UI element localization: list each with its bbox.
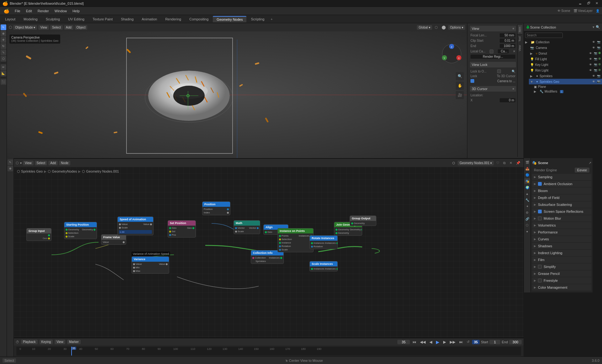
scene-selector[interactable]: 👁 Scene (556, 9, 572, 13)
node-tree-bookmark[interactable]: ♡ (495, 161, 501, 165)
node-menu-add[interactable]: Add (48, 161, 58, 165)
node-variance[interactable]: Variance Value Value Mi (132, 256, 169, 274)
rb1-rot[interactable] (311, 246, 313, 248)
outliner-item-collection[interactable]: ▶ 📁 Collection 👁 📷 (524, 39, 602, 45)
menu-help[interactable]: Help (70, 8, 82, 13)
node-tool-select[interactable]: ↖ (8, 159, 13, 165)
ao-checkbox[interactable] (538, 182, 542, 186)
go-geo-in[interactable] (351, 222, 353, 224)
simp-checkbox[interactable] (538, 265, 542, 269)
rb2-out[interactable] (336, 268, 338, 270)
outliner-filter-icon[interactable]: ▾ (593, 25, 594, 29)
fl-vis-render[interactable]: 📷 (593, 57, 598, 61)
viewport-overlay-btn[interactable]: ⬡ (435, 25, 438, 29)
props-icon-view-layer[interactable]: 🔵 (524, 172, 530, 178)
viewport-mode-btn[interactable]: Object Mode ▾ (13, 25, 37, 30)
tool-scale[interactable]: ⤡ (1, 50, 6, 55)
tl-play-btn[interactable]: ▶ (435, 339, 441, 345)
section-sss-header[interactable]: ▶ Subsurface Scattering (532, 201, 591, 208)
viewport-global-local-btn[interactable]: Global ▾ (417, 25, 432, 30)
sa-out[interactable] (150, 223, 152, 225)
spr-vis-eye[interactable]: 👁 (591, 74, 596, 78)
tl-skip-start[interactable]: ⏮ (411, 339, 417, 345)
col-vis-eye[interactable]: 👁 (591, 40, 596, 44)
clip-end-value[interactable]: 1000 m (500, 44, 515, 48)
focal-len-value[interactable]: 50 mm (500, 33, 515, 37)
status-select-btn[interactable]: Select (3, 358, 16, 363)
section-fs-header[interactable]: ▶ Freestyle (532, 277, 591, 284)
node-tree-copy[interactable]: ⧉ (502, 161, 507, 165)
bt-idx[interactable] (227, 212, 229, 214)
zoom-btn[interactable]: 🔍 (456, 72, 464, 80)
p1-geo-out[interactable] (192, 227, 194, 229)
iop-inst[interactable] (279, 242, 281, 244)
view-section-header[interactable]: View ≡ (470, 26, 516, 31)
node-frame-value[interactable]: Frame Value Value (101, 234, 126, 245)
ssr-checkbox[interactable] (538, 210, 542, 213)
tab-texture-paint[interactable]: Texture Paint (89, 16, 116, 22)
menu-window[interactable]: Window (52, 8, 69, 13)
iop-pts[interactable] (279, 235, 281, 237)
sa-in2[interactable] (119, 227, 121, 229)
viewport-select-menu[interactable]: Select (50, 25, 63, 30)
section-film-header[interactable]: ▶ Film (532, 257, 591, 263)
col-vis-render[interactable]: 📷 (596, 40, 601, 44)
viewport-canvas[interactable]: Z X Y 🔍 ✋ 🎥 (7, 31, 467, 158)
props-expand-btn[interactable]: ↗ (589, 161, 591, 165)
ci-inst[interactable] (280, 257, 282, 259)
p1-geo-in[interactable] (169, 227, 171, 229)
var-in3[interactable] (133, 270, 135, 272)
section-perf-header[interactable]: ▶ Performance (532, 229, 591, 235)
sa-in1[interactable] (119, 223, 121, 225)
breadcrumb-item-3[interactable]: ⬡ Geometry Nodes.001 (82, 169, 119, 174)
clip-start-value[interactable]: 0.01 m (500, 39, 515, 43)
var-in1[interactable] (133, 263, 135, 265)
tl-next-keyframe[interactable]: ▶ (442, 339, 447, 345)
viewport-options-btn[interactable]: Options ▾ (448, 25, 465, 30)
tab-sculpting[interactable]: Sculpting (42, 16, 64, 22)
tool-move[interactable]: ✛ (1, 37, 6, 43)
tool-select[interactable]: ↖ (1, 24, 6, 30)
teal-in2[interactable] (235, 231, 237, 233)
props-icon-render[interactable]: 🎬 (524, 159, 530, 165)
menu-render[interactable]: Render (35, 8, 51, 13)
sp-geo-out[interactable] (94, 229, 95, 231)
tab-scripting[interactable]: Scripting (247, 16, 268, 22)
navigation-gizmo[interactable]: Z X Y (441, 43, 463, 65)
ci-col[interactable] (252, 257, 254, 259)
sg-vis-eye[interactable]: 👁 (591, 79, 596, 84)
lock-3d-cursor[interactable]: To 3D Cursor (497, 74, 515, 78)
rb1-out[interactable] (336, 242, 338, 244)
section-shadows-header[interactable]: ▶ Shadows (532, 243, 591, 249)
jg-in2[interactable] (336, 232, 337, 234)
bt-out[interactable] (227, 208, 229, 210)
outliner-item-donut[interactable]: ▶ ▿ Donut 👁 📷 ⊕ (529, 51, 602, 56)
rl-vis-eye[interactable]: 👁 (588, 68, 593, 72)
section-simp-header[interactable]: ▶ Simplify (532, 264, 591, 270)
jg-out[interactable] (361, 229, 362, 231)
tab-uv-editing[interactable]: UV Editing (64, 16, 88, 22)
local-cam-checkbox[interactable] (490, 50, 493, 53)
props-icon-modifiers[interactable]: 🔧 (524, 197, 530, 203)
tl-current-frame-input[interactable] (397, 340, 410, 344)
section-bloom-header[interactable]: ▶ Bloom (532, 188, 591, 194)
view-tab[interactable]: View (518, 43, 522, 53)
props-icon-constraints[interactable]: 🔗 (524, 216, 530, 222)
pan-btn[interactable]: ✋ (456, 82, 464, 90)
tl-marker-menu[interactable]: Marker (67, 340, 81, 344)
section-ao-header[interactable]: ▶ Ambient Occlusion (532, 181, 591, 187)
minimize-btn[interactable]: 🗕 (577, 1, 583, 5)
node-group-input[interactable]: Group Input Geo (26, 228, 51, 241)
breadcrumb-item-1[interactable]: ⬡ Sprinkles Geo (17, 169, 43, 174)
sg-vis-render[interactable]: 📷 (596, 79, 601, 84)
spr-vis-render[interactable]: 📷 (596, 74, 601, 78)
donut-vis-render[interactable]: 📷 (593, 51, 598, 56)
gi-geo-out[interactable] (48, 234, 50, 236)
tl-playback-menu[interactable]: Playback (21, 340, 38, 344)
section-vol-header[interactable]: ▶ Volumetrics (532, 222, 591, 228)
props-icon-object[interactable]: ▲ (524, 191, 530, 196)
node-pink-1[interactable]: Set Position Geo Geo Se (168, 220, 196, 238)
outliner-search-icon[interactable]: 🔍 (596, 25, 600, 29)
node-canvas[interactable]: Group Input Geo (14, 167, 524, 338)
viewport-object-menu[interactable]: Object (75, 25, 88, 30)
